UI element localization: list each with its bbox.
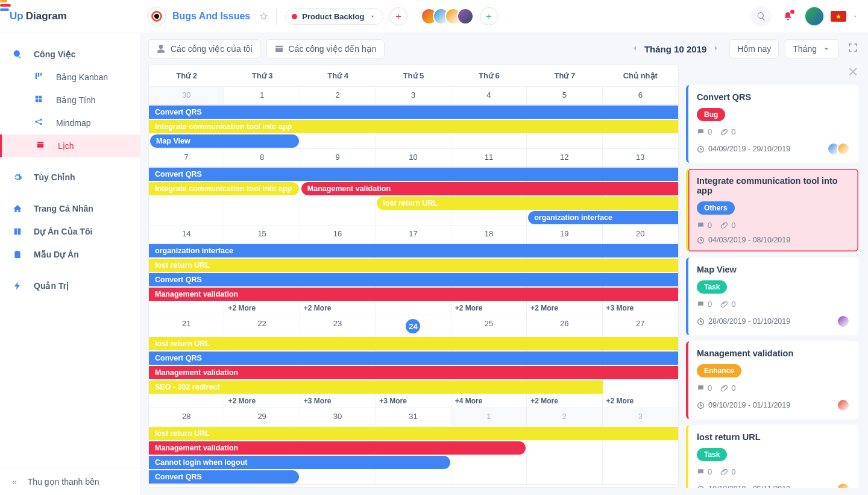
add-backlog-button[interactable]: ＋: [389, 7, 407, 25]
more-link[interactable]: +2 More: [224, 301, 300, 315]
day-cell[interactable]: 25: [451, 315, 527, 336]
event-bar[interactable]: Convert QRS: [149, 273, 678, 286]
collapse-sidebar[interactable]: « Thu gọn thanh bên: [0, 468, 140, 495]
day-cell[interactable]: 9: [300, 149, 376, 167]
today-button[interactable]: Hôm nay: [729, 39, 779, 58]
day-cell[interactable]: 3: [603, 408, 678, 426]
event-bar[interactable]: Management validation: [149, 288, 678, 301]
event-bar[interactable]: organization interface: [528, 211, 678, 224]
next-month[interactable]: [709, 41, 723, 57]
day-cell[interactable]: 18: [451, 225, 527, 244]
calendar[interactable]: Thứ 2Thứ 3Thứ 4Thứ 5Thứ 6Thứ 7Chủ nhật30…: [148, 65, 679, 488]
task-card[interactable]: Map ViewTask0028/08/2019 - 01/10/2019: [686, 257, 858, 335]
view-switch[interactable]: Tháng: [785, 39, 839, 58]
day-cell[interactable]: 2: [527, 408, 602, 426]
day-cell[interactable]: 7: [149, 149, 224, 167]
more-link[interactable]: +2 More: [224, 394, 300, 408]
event-bar[interactable]: lost return URL: [149, 337, 678, 350]
day-cell[interactable]: 20: [603, 225, 678, 244]
more-link[interactable]: +4 More: [451, 394, 527, 408]
nav-projects[interactable]: Dự Án Của Tôi: [0, 220, 140, 243]
day-cell[interactable]: 23: [300, 315, 376, 336]
event-bar[interactable]: Map View: [150, 134, 299, 148]
event-bar[interactable]: lost return URL: [149, 427, 678, 440]
more-link[interactable]: +2 More: [451, 301, 527, 315]
more-link[interactable]: +3 More: [376, 394, 451, 408]
more-link[interactable]: +2 More: [300, 301, 376, 315]
day-cell[interactable]: 30: [300, 408, 376, 426]
day-cell[interactable]: 12: [527, 149, 602, 167]
nav-sheet[interactable]: Bảng Tính: [2, 89, 140, 112]
event-bar[interactable]: Convert QRS: [149, 168, 678, 181]
day-cell[interactable]: 13: [603, 149, 678, 167]
more-link[interactable]: +2 More: [527, 394, 602, 408]
backlog-chip[interactable]: Product Backlog: [285, 8, 383, 25]
search-button[interactable]: [751, 6, 772, 27]
nav-work[interactable]: Công Việc: [0, 43, 140, 66]
event-bar[interactable]: Management validation: [301, 182, 678, 195]
day-cell[interactable]: 11: [451, 149, 527, 167]
day-cell[interactable]: 15: [224, 225, 300, 244]
task-card[interactable]: lost return URLTask0010/10/2019 - 05/11/…: [686, 425, 858, 488]
day-cell[interactable]: 26: [527, 315, 602, 336]
event-bar[interactable]: Management validation: [149, 366, 678, 379]
day-cell[interactable]: 19: [527, 225, 602, 244]
event-bar[interactable]: Integrate communication tool into app: [149, 120, 678, 133]
nav-mindmap[interactable]: Mindmap: [2, 112, 140, 134]
project-icon[interactable]: [147, 7, 166, 26]
day-cell[interactable]: 4: [451, 87, 527, 105]
event-bar[interactable]: lost return URL: [149, 259, 678, 272]
more-link[interactable]: +2 More: [603, 394, 678, 408]
star-button[interactable]: [260, 8, 277, 25]
member-avatars[interactable]: [426, 8, 474, 25]
event-bar[interactable]: Convert QRS: [149, 352, 678, 365]
day-cell[interactable]: 24: [376, 315, 451, 336]
more-link[interactable]: +3 More: [300, 394, 376, 408]
event-bar[interactable]: SEO - 302 redirect: [149, 380, 603, 394]
project-title[interactable]: Bugs And Issues: [172, 11, 250, 22]
day-cell[interactable]: 21: [149, 315, 224, 336]
day-cell[interactable]: 1: [451, 408, 527, 426]
day-cell[interactable]: 1: [224, 87, 300, 105]
filter-my-tasks[interactable]: Các công việc của tôi: [148, 39, 260, 58]
event-bar[interactable]: Cannot login when logout: [149, 456, 450, 469]
event-bar[interactable]: Integrate communication tool into app: [149, 182, 299, 195]
task-card[interactable]: Management validationEnhance0009/10/2019…: [686, 341, 858, 419]
event-bar[interactable]: organization interface: [149, 244, 678, 257]
language-switch[interactable]: ★: [831, 11, 846, 22]
day-cell[interactable]: 3: [376, 87, 451, 105]
nav-home[interactable]: Trang Cá Nhân: [0, 197, 140, 220]
task-card[interactable]: Convert QRSBug0004/09/2019 - 29/10/2019: [686, 85, 858, 163]
notifications-button[interactable]: [778, 6, 798, 27]
day-cell[interactable]: 29: [224, 408, 300, 426]
add-member-button[interactable]: ＋: [480, 7, 498, 25]
task-card[interactable]: Integrate communication tool into appOth…: [686, 169, 858, 251]
more-link[interactable]: +2 More: [527, 301, 602, 315]
fullscreen-button[interactable]: [845, 40, 861, 58]
prev-month[interactable]: [627, 41, 642, 57]
day-cell[interactable]: 31: [376, 408, 451, 426]
day-cell[interactable]: 8: [224, 149, 300, 167]
day-cell[interactable]: 6: [603, 87, 678, 105]
event-bar[interactable]: Management validation: [149, 441, 526, 455]
day-cell[interactable]: 5: [527, 87, 602, 105]
day-cell[interactable]: 14: [149, 225, 224, 244]
nav-customize[interactable]: Tùy Chỉnh: [0, 166, 140, 189]
day-cell[interactable]: 27: [603, 315, 678, 336]
day-cell[interactable]: 30: [149, 87, 224, 105]
day-cell[interactable]: 28: [149, 408, 224, 426]
app-logo[interactable]: UpDiagram: [10, 10, 141, 22]
nav-admin[interactable]: Quản Trị: [0, 274, 140, 297]
nav-calendar[interactable]: Lịch: [0, 134, 140, 157]
day-cell[interactable]: 22: [224, 315, 300, 336]
day-cell[interactable]: 10: [376, 149, 451, 167]
event-bar[interactable]: Convert QRS: [149, 106, 678, 119]
filter-due-tasks[interactable]: Các công việc đến hạn: [266, 39, 385, 58]
event-bar[interactable]: lost return URL: [377, 197, 678, 210]
day-cell[interactable]: 17: [376, 225, 451, 244]
day-cell[interactable]: 16: [300, 225, 376, 244]
day-cell[interactable]: 2: [300, 87, 376, 105]
chevron-down-icon[interactable]: [852, 13, 858, 19]
nav-kanban[interactable]: Bảng Kanban: [2, 66, 140, 89]
more-link[interactable]: +3 More: [603, 301, 678, 315]
